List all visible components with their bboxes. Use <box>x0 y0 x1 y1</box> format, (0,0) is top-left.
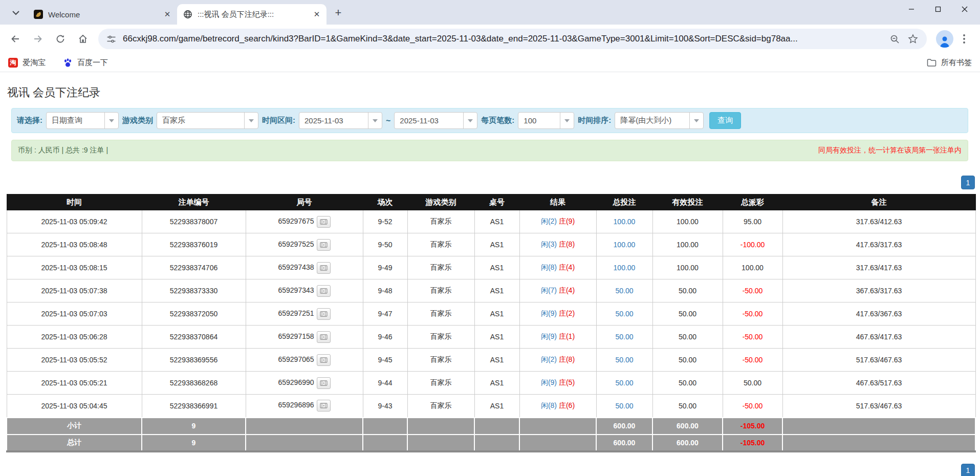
cell-valid-bet: 100.00 <box>652 210 723 233</box>
table-row: 2025-11-03 05:04:45 522938366991 6592968… <box>7 395 975 418</box>
video-replay-button[interactable] <box>317 285 331 297</box>
total-valid-bet: 600.00 <box>652 435 723 451</box>
maximize-button[interactable] <box>925 0 951 18</box>
cell-table-id: AS1 <box>474 210 519 233</box>
tab-bet-records[interactable]: :::视讯 会员下注纪录::: ✕ <box>177 4 326 25</box>
cell-round-id: 659297343 <box>246 279 363 302</box>
video-replay-button[interactable] <box>317 354 331 366</box>
cell-payout: -50.00 <box>723 279 782 302</box>
filter-panel: 请选择: 日期查询 游戏类别 百家乐 时间区间: 2025-11-03 ~ 20… <box>11 108 968 133</box>
cell-payout: -50.00 <box>723 395 782 418</box>
cell-game-type: 百家乐 <box>407 395 474 418</box>
cell-valid-bet: 50.00 <box>652 302 723 326</box>
browser-menu-button[interactable] <box>955 30 973 48</box>
cell-round-id: 659297675 <box>246 210 363 233</box>
cell-time: 2025-11-03 05:05:21 <box>7 372 142 395</box>
note-text: 同局有效投注，统一计算在该局第一张注单内 <box>818 146 962 155</box>
date-start-value: 2025-11-03 <box>299 116 368 125</box>
cell-valid-bet: 50.00 <box>652 279 723 302</box>
cell-total-bet: 50.00 <box>596 279 652 302</box>
chevron-down-icon <box>12 11 19 15</box>
total-bet-link[interactable]: 50.00 <box>615 356 633 364</box>
game-type-select[interactable]: 百家乐 <box>157 112 258 129</box>
cell-total-bet: 100.00 <box>596 210 652 233</box>
subtotal-count: 9 <box>142 418 246 435</box>
video-replay-button[interactable] <box>317 331 331 343</box>
profile-avatar[interactable] <box>936 30 953 48</box>
video-replay-button[interactable] <box>317 239 331 251</box>
cell-bet-id: 522938369556 <box>142 349 246 372</box>
total-bet-link[interactable]: 50.00 <box>615 287 633 295</box>
total-bet-link[interactable]: 50.00 <box>615 379 633 387</box>
sort-select[interactable]: 降幂(由大到小) <box>615 112 704 129</box>
query-type-select[interactable]: 日期查询 <box>46 112 119 129</box>
total-bet-link[interactable]: 50.00 <box>615 333 633 341</box>
total-bet-link[interactable]: 50.00 <box>615 402 633 410</box>
bookmarks-bar: 淘 爱淘宝 百度一下 所有书签 <box>0 53 980 72</box>
video-replay-button[interactable] <box>317 308 331 320</box>
page-1-button[interactable]: 1 <box>961 464 975 476</box>
chevron-down-icon <box>244 113 258 128</box>
cell-total-bet: 50.00 <box>596 302 652 326</box>
header-round-id: 局号 <box>246 194 363 210</box>
cell-note: 367.63/317.63 <box>782 279 975 302</box>
total-bet-link[interactable]: 50.00 <box>615 310 633 318</box>
kebab-menu-icon <box>963 34 965 44</box>
cell-session: 9-44 <box>363 372 407 395</box>
cell-time: 2025-11-03 05:05:52 <box>7 349 142 372</box>
site-settings-icon[interactable] <box>104 32 118 46</box>
video-replay-button[interactable] <box>317 216 331 228</box>
minimize-button[interactable] <box>898 0 925 18</box>
tab-title: :::视讯 会员下注纪录::: <box>198 10 306 19</box>
cell-result: 闲(2) 庄(8) <box>519 349 596 372</box>
film-icon <box>320 265 328 271</box>
cell-round-id: 659297251 <box>246 302 363 326</box>
bookmark-taobao[interactable]: 淘 爱淘宝 <box>8 58 46 68</box>
close-window-button[interactable] <box>951 0 978 18</box>
home-button[interactable] <box>73 29 93 49</box>
subtotal-row: 小计 9 600.00 600.00 -105.00 <box>7 418 975 435</box>
cell-game-type: 百家乐 <box>407 210 474 233</box>
cell-session: 9-48 <box>363 279 407 302</box>
tab-search-button[interactable] <box>8 5 24 20</box>
header-game-type: 游戏类别 <box>407 194 474 210</box>
date-start-input[interactable]: 2025-11-03 <box>299 112 382 129</box>
cell-payout: -50.00 <box>723 349 782 372</box>
search-button[interactable]: 查询 <box>709 112 741 129</box>
video-replay-button[interactable] <box>317 262 331 274</box>
video-replay-button[interactable] <box>317 400 331 412</box>
bookmark-star-icon[interactable] <box>906 32 920 46</box>
tab-close-icon[interactable]: ✕ <box>162 9 173 20</box>
film-icon <box>320 219 328 225</box>
back-button[interactable] <box>5 29 26 49</box>
zoom-icon[interactable] <box>888 32 901 46</box>
cell-result: 闲(3) 庄(8) <box>519 233 596 256</box>
total-bet-link[interactable]: 100.00 <box>614 218 636 226</box>
cell-round-id: 659297065 <box>246 349 363 372</box>
cell-result: 闲(2) 庄(9) <box>519 210 596 233</box>
cell-valid-bet: 50.00 <box>652 349 723 372</box>
tab-welcome[interactable]: Welcome ✕ <box>28 4 177 25</box>
browser-toolbar: 66cxkj98.com/game/betrecord_search/kind3… <box>0 25 980 53</box>
tab-close-icon[interactable]: ✕ <box>311 9 322 20</box>
reload-button[interactable] <box>50 29 71 49</box>
all-bookmarks-label: 所有书签 <box>941 58 972 68</box>
new-tab-button[interactable]: + <box>331 5 346 20</box>
video-replay-button[interactable] <box>317 377 331 389</box>
cell-note: 417.63/317.63 <box>782 233 975 256</box>
page-1-button[interactable]: 1 <box>961 176 975 189</box>
all-bookmarks-button[interactable]: 所有书签 <box>927 58 972 68</box>
cell-game-type: 百家乐 <box>407 349 474 372</box>
address-bar[interactable]: 66cxkj98.com/game/betrecord_search/kind3… <box>98 29 927 49</box>
page-size-select[interactable]: 100 <box>518 112 574 129</box>
total-bet-link[interactable]: 100.00 <box>614 264 636 272</box>
date-end-input[interactable]: 2025-11-03 <box>394 112 477 129</box>
table-row: 2025-11-03 05:08:48 522938376019 6592975… <box>7 233 975 256</box>
total-bet-link[interactable]: 100.00 <box>614 241 636 249</box>
cell-note: 517.63/467.63 <box>782 349 975 372</box>
bookmark-baidu[interactable]: 百度一下 <box>63 58 108 68</box>
subtotal-valid-bet: 600.00 <box>652 418 723 435</box>
cell-table-id: AS1 <box>474 372 519 395</box>
forward-button[interactable] <box>28 29 48 49</box>
cell-bet-id: 522938372050 <box>142 302 246 326</box>
